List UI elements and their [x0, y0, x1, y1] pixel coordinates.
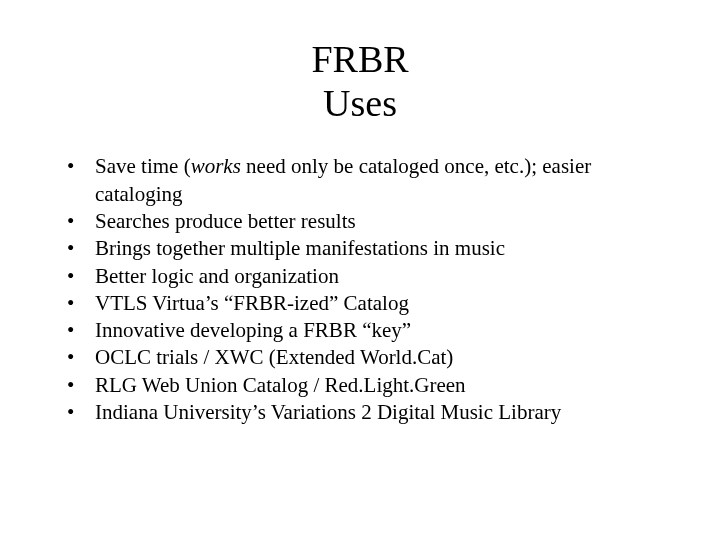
list-item: Better logic and organization [55, 263, 665, 290]
bullet-text: OCLC trials / XWC (Extended World.Cat) [95, 345, 453, 369]
title-line-1: FRBR [55, 38, 665, 82]
list-item: Searches produce better results [55, 208, 665, 235]
list-item: Indiana University’s Variations 2 Digita… [55, 399, 665, 426]
title-line-2: Uses [55, 82, 665, 126]
bullet-list: Save time (works need only be cataloged … [55, 153, 665, 426]
list-item: Brings together multiple manifestations … [55, 235, 665, 262]
bullet-text: Indiana University’s Variations 2 Digita… [95, 400, 561, 424]
bullet-text: RLG Web Union Catalog / Red.Light.Green [95, 373, 466, 397]
bullet-text: Innovative developing a FRBR “key” [95, 318, 411, 342]
bullet-text: Brings together multiple manifestations … [95, 236, 505, 260]
list-item: OCLC trials / XWC (Extended World.Cat) [55, 344, 665, 371]
bullet-text: Searches produce better results [95, 209, 356, 233]
list-item: Save time (works need only be cataloged … [55, 153, 665, 208]
bullet-text-pre: Save time ( [95, 154, 191, 178]
slide-title: FRBR Uses [55, 38, 665, 125]
list-item: VTLS Virtua’s “FRBR-ized” Catalog [55, 290, 665, 317]
bullet-text: VTLS Virtua’s “FRBR-ized” Catalog [95, 291, 409, 315]
bullet-text-italic: works [191, 154, 241, 178]
list-item: RLG Web Union Catalog / Red.Light.Green [55, 372, 665, 399]
bullet-text: Better logic and organization [95, 264, 339, 288]
list-item: Innovative developing a FRBR “key” [55, 317, 665, 344]
